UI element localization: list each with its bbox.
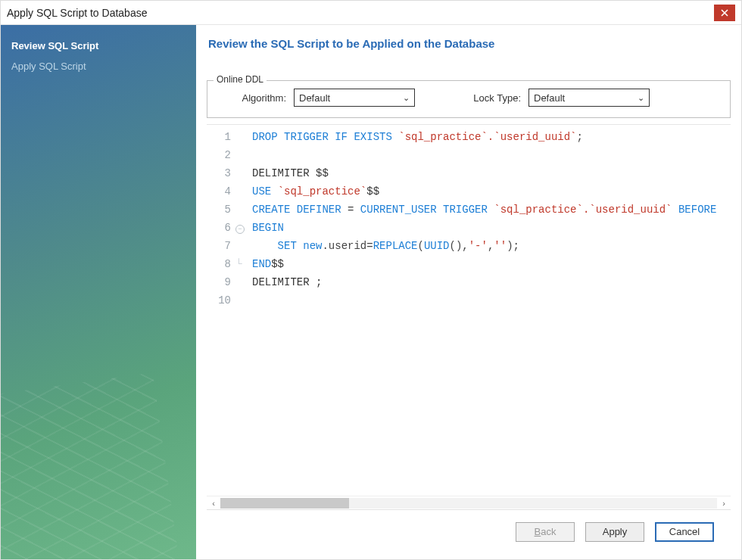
fieldset-legend: Online DDL: [214, 74, 267, 85]
sidebar-step-apply[interactable]: Apply SQL Script: [1, 56, 196, 76]
main-panel: Review the SQL Script to be Applied on t…: [196, 25, 741, 559]
fold-cell: [235, 182, 249, 201]
code-line[interactable]: CREATE DEFINER = CURRENT_USER TRIGGER `s…: [252, 201, 731, 219]
line-number: 2: [207, 146, 231, 164]
dialog-footer: Back Apply Cancel: [207, 509, 731, 553]
back-label-rest: ack: [541, 526, 556, 537]
line-number: 5: [207, 201, 231, 219]
fold-cell: [235, 273, 249, 291]
scroll-right-button[interactable]: ›: [717, 496, 731, 510]
line-number: 10: [207, 291, 231, 310]
scroll-left-button[interactable]: ‹: [207, 496, 220, 510]
scroll-thumb[interactable]: [220, 498, 349, 509]
line-number-gutter: 12345678910: [207, 125, 235, 496]
algorithm-label: Algorithm:: [218, 92, 286, 104]
fold-cell: └: [235, 255, 249, 273]
wizard-sidebar: Review SQL Script Apply SQL Script: [1, 25, 196, 559]
back-button: Back: [516, 522, 575, 542]
horizontal-scrollbar[interactable]: ‹ ›: [207, 496, 731, 509]
code-line[interactable]: USE `sql_practice`$$: [252, 182, 731, 201]
lock-type-select[interactable]: Default ⌄: [528, 89, 650, 107]
code-area[interactable]: DROP TRIGGER IF EXISTS `sql_practice`.`u…: [249, 125, 731, 496]
titlebar: Apply SQL Script to Database: [1, 1, 741, 25]
cancel-label: Cancel: [669, 526, 700, 537]
fold-toggle-icon[interactable]: −: [235, 225, 245, 234]
line-number: 1: [207, 128, 231, 146]
fold-cell: −: [235, 219, 249, 237]
line-number: 4: [207, 182, 231, 201]
chevron-down-icon: ⌄: [638, 93, 644, 103]
line-number: 8: [207, 255, 231, 273]
line-number: 9: [207, 273, 231, 291]
dialog-body: Review SQL Script Apply SQL Script Revie…: [1, 25, 741, 559]
code-line[interactable]: DELIMITER ;: [252, 273, 731, 291]
line-number: 7: [207, 237, 231, 255]
cancel-button[interactable]: Cancel: [655, 522, 714, 542]
fold-column: −└: [235, 125, 249, 496]
algorithm-value: Default: [299, 92, 330, 104]
fold-cell: [235, 128, 249, 146]
dialog-window: Apply SQL Script to Database Review SQL …: [0, 0, 742, 560]
sidebar-item-label: Apply SQL Script: [11, 61, 86, 72]
chevron-down-icon: ⌄: [403, 93, 410, 103]
code-line[interactable]: END$$: [252, 255, 731, 273]
code-line[interactable]: DELIMITER $$: [252, 164, 731, 182]
window-title: Apply SQL Script to Database: [7, 7, 714, 19]
code-line[interactable]: [252, 146, 731, 164]
fold-cell: [235, 201, 249, 219]
sql-editor[interactable]: 12345678910 −└ DROP TRIGGER IF EXISTS `s…: [207, 125, 731, 496]
online-ddl-fieldset: Online DDL Algorithm: Default ⌄ Lock Typ…: [207, 80, 731, 118]
code-line[interactable]: BEGIN: [252, 219, 731, 237]
line-number: 3: [207, 164, 231, 182]
sql-editor-wrap: 12345678910 −└ DROP TRIGGER IF EXISTS `s…: [207, 124, 731, 509]
ddl-row: Algorithm: Default ⌄ Lock Type: Default …: [218, 89, 719, 107]
sidebar-step-review[interactable]: Review SQL Script: [1, 36, 196, 56]
close-button[interactable]: [714, 5, 735, 21]
sidebar-item-label: Review SQL Script: [11, 40, 98, 51]
fold-cell: [235, 146, 249, 164]
scroll-track[interactable]: [220, 498, 717, 509]
algorithm-select[interactable]: Default ⌄: [294, 89, 415, 107]
code-line[interactable]: DROP TRIGGER IF EXISTS `sql_practice`.`u…: [252, 128, 731, 146]
apply-label: Apply: [603, 526, 628, 537]
page-heading: Review the SQL Script to be Applied on t…: [208, 37, 731, 50]
apply-button[interactable]: Apply: [585, 522, 644, 542]
line-number: 6: [207, 219, 231, 237]
close-icon: [721, 9, 728, 17]
code-line[interactable]: SET new.userid=REPLACE(UUID(),'-','');: [252, 237, 731, 255]
code-line[interactable]: [252, 291, 731, 310]
lock-type-label: Lock Type:: [453, 92, 521, 104]
fold-cell: [235, 291, 249, 310]
fold-cell: [235, 164, 249, 182]
fold-cell: [235, 237, 249, 255]
lock-type-value: Default: [534, 92, 565, 104]
